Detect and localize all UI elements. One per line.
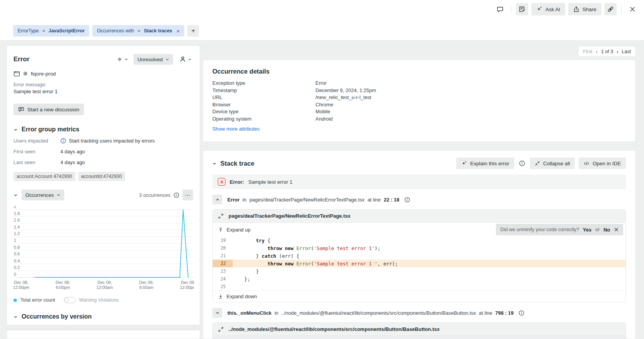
start-discussion-button[interactable]: Start a new discussion: [13, 104, 84, 115]
entity-status-dot: [23, 71, 28, 76]
frame-function: Error: [227, 197, 240, 203]
prev-page-icon[interactable]: ‹: [596, 49, 598, 55]
stack-frame-header: this._onMenuClick in ../node_modules/@fl…: [212, 307, 626, 319]
expand-down-icon: [218, 294, 223, 299]
line-number: 24: [213, 276, 233, 282]
code-line: 20 throw new Error('Sample test error 1'…: [213, 244, 626, 252]
code-snippet-card: pages/dealTrackerPage/NewRelicErrorTextP…: [212, 209, 626, 302]
show-more-attributes-link[interactable]: Show more attributes: [212, 126, 260, 132]
svg-text:0.6: 0.6: [14, 252, 20, 256]
tag-chip[interactable]: account:Account 4742930: [13, 172, 75, 181]
metrics-rows: Users impactedStart tracking users impac…: [13, 137, 193, 166]
code-line: 21 } catch (err) {: [213, 252, 626, 260]
divider: [511, 6, 511, 13]
occurrences-dropdown[interactable]: Occurrences: [22, 190, 64, 200]
detail-value: Mobile: [315, 108, 330, 116]
next-page-icon[interactable]: ›: [617, 49, 619, 55]
filter-field: ErrorType: [18, 28, 39, 34]
diamond-icon: [117, 56, 123, 62]
severity-dropdown[interactable]: [115, 55, 130, 63]
toggle-label: Warning Violations: [79, 297, 119, 303]
first-page-button: First: [583, 49, 592, 54]
line-number: 25: [213, 284, 233, 289]
detail-value: /new_relic_test_u-r-l_test: [315, 94, 371, 101]
discussion-icon: [18, 106, 24, 112]
frame-in: in: [241, 197, 248, 203]
chevron-down-icon: [13, 315, 18, 319]
filter-chip[interactable]: ErrorType=JavaScriptError: [13, 25, 89, 37]
svg-text:12:00pm: 12:00pm: [13, 285, 29, 290]
frame-in: in: [273, 310, 280, 316]
filter-bar: ErrorType=JavaScriptErrorOccurrences wit…: [13, 25, 199, 37]
series-legend-label[interactable]: Total error count: [20, 297, 55, 303]
unminify-yes-button[interactable]: Yes: [583, 227, 591, 233]
status-label: Unresolved: [137, 57, 163, 62]
detail-label: Exception type: [212, 80, 315, 87]
last-page-button[interactable]: Last: [622, 49, 631, 54]
collapse-frame-button[interactable]: [212, 308, 222, 318]
warning-violations-toggle[interactable]: [64, 297, 75, 303]
collapse-frame-button[interactable]: [212, 195, 222, 205]
explain-error-button[interactable]: Explain this error: [456, 158, 514, 169]
topbar-actions: Ask AI Share: [494, 3, 639, 15]
add-filter-button[interactable]: +: [187, 25, 199, 37]
info-icon[interactable]: [519, 160, 525, 166]
occurrences-dropdown-label: Occurrences: [25, 192, 54, 198]
stack-frame-header: Error in pages/dealTrackerPage/NewRelicE…: [212, 194, 626, 205]
comment-icon: [497, 6, 504, 13]
svg-text:Dec 09,: Dec 09,: [97, 280, 112, 285]
panel-title: Error: [13, 55, 115, 63]
open-in-ide-button[interactable]: Open in IDE: [579, 158, 626, 169]
versions-section-header[interactable]: Occurrences by version: [13, 313, 193, 320]
expand-up-row[interactable]: Expand up Did we unminify your code corr…: [213, 223, 626, 237]
unminify-or: or: [596, 227, 600, 232]
frame-description: Error in pages/dealTrackerPage/NewRelicE…: [227, 197, 399, 203]
info-icon[interactable]: [174, 192, 179, 198]
chevron-down-icon[interactable]: [212, 161, 217, 166]
info-icon[interactable]: [519, 310, 524, 316]
comments-button[interactable]: [494, 3, 506, 15]
expand-diagonal-icon[interactable]: [218, 327, 224, 332]
code-lines: 19 try {20 throw new Error('Sample test …: [213, 237, 626, 290]
chart-menu-button[interactable]: ⋯: [182, 190, 193, 200]
copy-link-button[interactable]: [604, 3, 617, 15]
expand-diagonal-icon[interactable]: [218, 213, 224, 219]
metrics-section-header[interactable]: Error group metrics: [13, 126, 193, 133]
person-icon: [179, 56, 186, 63]
remove-filter-icon[interactable]: ×: [177, 28, 180, 34]
tag-chip[interactable]: accountId:4742930: [78, 172, 125, 181]
metric-value-text: 4 days ago: [60, 148, 85, 156]
collapse-all-button[interactable]: Collapse all: [530, 158, 575, 169]
ask-ai-button[interactable]: Ask AI: [531, 3, 565, 15]
detail-label: URL: [212, 94, 315, 101]
line-number: 20: [213, 245, 233, 251]
unminify-no-button[interactable]: No: [604, 227, 610, 233]
error-banner: Error: Sample test error 1: [212, 175, 626, 189]
svg-text:1.6: 1.6: [14, 218, 20, 222]
info-icon[interactable]: [60, 138, 66, 144]
code-text: }: [233, 269, 259, 274]
frame-description: this._onMenuClick in ../node_modules/@fl…: [227, 310, 514, 316]
filter-field: Occurrences with: [97, 28, 134, 34]
metric-label: Last seen: [13, 158, 60, 166]
info-icon[interactable]: [404, 197, 410, 203]
status-dropdown[interactable]: Unresolved: [133, 54, 173, 65]
expand-up-label: Expand up: [227, 227, 250, 233]
expand-down-row[interactable]: Expand down: [213, 290, 626, 302]
svg-text:0: 0: [14, 272, 16, 277]
frame-line: 22 : 18: [384, 197, 399, 203]
error-banner-label: Error:: [230, 179, 244, 185]
entity-name[interactable]: fiqore-prod: [31, 71, 56, 77]
svg-text:12:00am: 12:00am: [97, 285, 113, 290]
assignee-dropdown[interactable]: [178, 55, 193, 64]
detail-rows: Exception typeErrorTimestampDecember 9, …: [212, 80, 626, 123]
unminify-close-icon[interactable]: [614, 227, 619, 232]
notes-button[interactable]: [516, 3, 528, 15]
svg-text:1: 1: [14, 238, 16, 243]
svg-text:Dec 08,: Dec 08,: [14, 280, 28, 285]
share-button[interactable]: Share: [568, 3, 601, 15]
filter-chip[interactable]: Occurrences with=Stack traces×: [92, 25, 184, 37]
svg-text:Dec 08,: Dec 08,: [56, 280, 70, 285]
close-button[interactable]: [626, 3, 639, 15]
chevron-down-icon[interactable]: [13, 193, 18, 197]
